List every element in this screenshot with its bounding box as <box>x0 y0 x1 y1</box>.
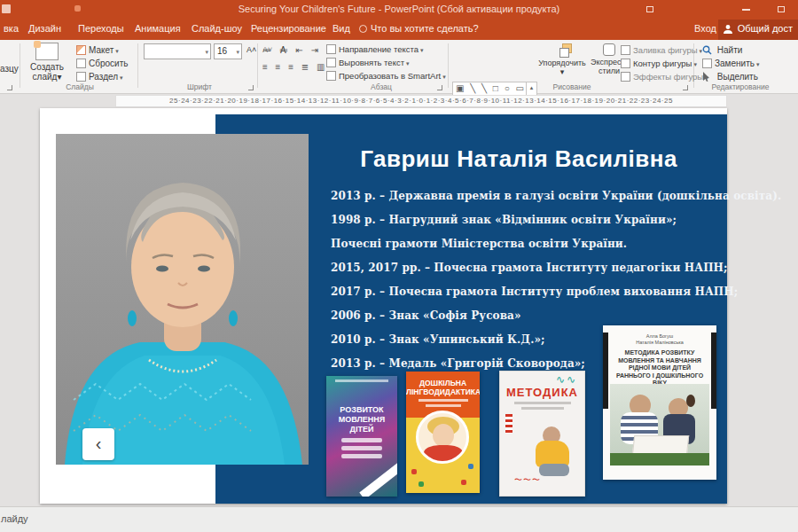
shape-fill-button[interactable]: Заливка фигуры▾ <box>621 45 702 55</box>
reset-icon <box>76 59 86 68</box>
horizontal-ruler: 25·24·23·22·21·20·19·18·17·16·15·14·13·1… <box>115 95 727 107</box>
format-painter-label-cut[interactable]: азцу <box>0 64 19 74</box>
window-title: Securing Your Children's Future - PowerP… <box>0 4 798 14</box>
layout-icon <box>76 45 86 55</box>
font-group-label: Шрифт <box>168 82 231 91</box>
award-line-1[interactable]: 2013 р. – Державна премія в галузі освіт… <box>331 190 725 202</box>
previous-slide-button[interactable]: ‹ <box>82 428 114 460</box>
tab-review[interactable]: Рецензирование <box>251 23 326 34</box>
font-name-combo[interactable]: ▾ <box>144 43 211 59</box>
shape-fill-icon <box>621 45 630 55</box>
paragraph-dialog-launcher[interactable] <box>437 85 442 90</box>
book-cover-lingvodydaktyka[interactable]: ДОШКІЛЬНА ЛІНГВОДИДАКТИКА <box>406 372 480 493</box>
book4-author-1: Алла Богуш <box>603 333 716 340</box>
maximize-button[interactable] <box>773 4 789 16</box>
replace-button[interactable]: Заменить▾ <box>702 59 759 68</box>
portrait-photo[interactable] <box>56 134 309 465</box>
shape-outline-icon <box>621 59 630 68</box>
smartart-icon <box>326 71 336 81</box>
slide-title[interactable]: Гавриш Наталія Василівна <box>319 145 718 173</box>
title-bar: Securing Your Children's Future - PowerP… <box>0 0 798 20</box>
new-slide-button[interactable]: Создать слайд▾ <box>23 43 71 82</box>
lightbulb-icon <box>359 25 367 33</box>
drawing-group-label: Рисование <box>541 82 603 91</box>
clipboard-dialog-launcher[interactable] <box>7 85 12 90</box>
layout-button[interactable]: Макет▾ <box>76 45 119 55</box>
powerpoint-window: Securing Your Children's Future - PowerP… <box>0 0 798 532</box>
tab-design[interactable]: Дизайн <box>28 23 61 34</box>
slides-group-label: Слайды <box>49 82 111 91</box>
book3-squiggle: ∿∿ <box>500 372 584 386</box>
drawing-dialog-launcher[interactable] <box>683 85 688 90</box>
award-line-6[interactable]: 2006 р. – Знак «Софія Русова» <box>331 309 725 322</box>
find-button[interactable]: Найти <box>702 45 742 55</box>
tell-me-box[interactable]: Что вы хотите сделать? <box>359 23 479 34</box>
tab-view[interactable]: Вид <box>332 23 350 34</box>
reset-button[interactable]: Сбросить <box>76 59 128 68</box>
ribbon: азцу Создать слайд▾ Макет▾ Сбросить Разд… <box>0 40 798 94</box>
book2-girl-photo <box>416 411 469 464</box>
notes-label-cut[interactable]: лайду <box>1 513 28 524</box>
arrange-icon <box>554 43 570 58</box>
section-button[interactable]: Раздел▾ <box>76 72 123 82</box>
arrange-button[interactable]: Упорядочить▾ <box>537 43 587 76</box>
grow-font-button[interactable]: А˄ <box>246 45 256 54</box>
align-text-icon <box>326 58 336 67</box>
minimize-button[interactable] <box>738 4 754 16</box>
person-icon <box>723 24 733 35</box>
cursor-arrow-icon <box>702 72 711 82</box>
award-line-3[interactable]: Почесні грамоти Міністерства освіти Укра… <box>331 238 725 250</box>
ribbon-tab-row: вка Дизайн Переходы Анимация Слайд-шоу Р… <box>0 20 798 40</box>
book-cover-metodyka-rozvytku[interactable]: Алла Богуш Наталія Маліновська МЕТОДИКА … <box>603 325 716 480</box>
book4-author-2: Наталія Маліновська <box>603 340 716 346</box>
select-button[interactable]: Выделить <box>702 72 758 82</box>
book3-scribbles: 〜〜〜 <box>514 476 567 483</box>
book4-title: МЕТОДИКА РОЗВИТКУ МОВЛЕННЯ ТА НАВЧАННЯ Р… <box>612 349 708 387</box>
tab-animations[interactable]: Анимация <box>135 23 181 34</box>
slide[interactable]: Гавриш Наталія Василівна 2013 р. – Держа… <box>40 108 727 504</box>
chevron-left-icon: ‹ <box>96 434 102 453</box>
shapes-row-1[interactable]: ▣ ╲ ╲ □ ○ ▭ <box>456 82 526 94</box>
book-cover-rozvytok-movlennya[interactable]: РОЗВИТОК МОВЛЕННЯ ДІТЕЙ <box>326 376 397 497</box>
search-icon <box>702 45 712 55</box>
tab-insert-cut[interactable]: вка <box>4 23 19 34</box>
award-line-5[interactable]: 2017 р. – Почесна грамота Інституту проб… <box>331 286 725 298</box>
editing-canvas: Гавриш Наталія Василівна 2013 р. – Держа… <box>0 107 798 505</box>
award-line-4[interactable]: 2015, 2017 рр. – Почесна грамота Інститу… <box>331 262 725 274</box>
ruler-marks: 25·24·23·22·21·20·19·18·17·16·15·14·13·1… <box>169 97 673 105</box>
editing-group-label: Редактирование <box>705 82 776 91</box>
text-direction-button[interactable]: Направление текста▾ <box>326 44 424 54</box>
convert-smartart-button[interactable]: Преобразовать в SmartArt▾ <box>326 71 446 81</box>
paragraph-group-label: Абзац <box>350 82 412 91</box>
shape-outline-button[interactable]: Контур фигуры▾ <box>621 59 697 68</box>
font-dialog-launcher[interactable] <box>248 85 254 90</box>
bullets-numbering-icons[interactable]: ≔ ≕ ⇤ ⇥ ≣ <box>262 45 336 55</box>
text-direction-icon <box>326 44 336 54</box>
ribbon-display-options-button[interactable] <box>642 4 658 16</box>
book3-title: МЕТОДИКА <box>500 386 584 399</box>
alignment-icons[interactable]: ≡ ≡ ≡ ≣ ▥ <box>262 62 327 72</box>
new-slide-icon <box>35 43 59 60</box>
book1-title: РОЗВИТОК МОВЛЕННЯ ДІТЕЙ <box>326 405 397 434</box>
quick-styles-icon <box>603 43 615 56</box>
shape-effects-button[interactable]: Эффекты фигуры▾ <box>621 72 708 82</box>
book2-title: ДОШКІЛЬНА ЛІНГВОДИДАКТИКА <box>406 379 480 396</box>
sign-in-button[interactable]: Вход <box>694 23 716 34</box>
tab-transitions[interactable]: Переходы <box>78 23 124 34</box>
tab-slideshow[interactable]: Слайд-шоу <box>192 23 242 34</box>
shape-effects-icon <box>621 72 630 82</box>
book-cover-metodyka[interactable]: ∿∿ МЕТОДИКА 〜〜〜 <box>499 371 585 497</box>
align-text-button[interactable]: Выровнять текст▾ <box>326 58 410 67</box>
section-icon <box>76 72 86 82</box>
award-line-2[interactable]: 1998 р. – Нагрудний знак «Відмінник осві… <box>331 214 725 226</box>
status-bar: лайду <box>0 506 798 532</box>
share-button[interactable]: Общий дост <box>718 20 798 40</box>
replace-icon <box>702 59 712 68</box>
font-size-combo[interactable]: 16▾ <box>214 43 242 59</box>
book4-children-photo <box>610 384 709 466</box>
